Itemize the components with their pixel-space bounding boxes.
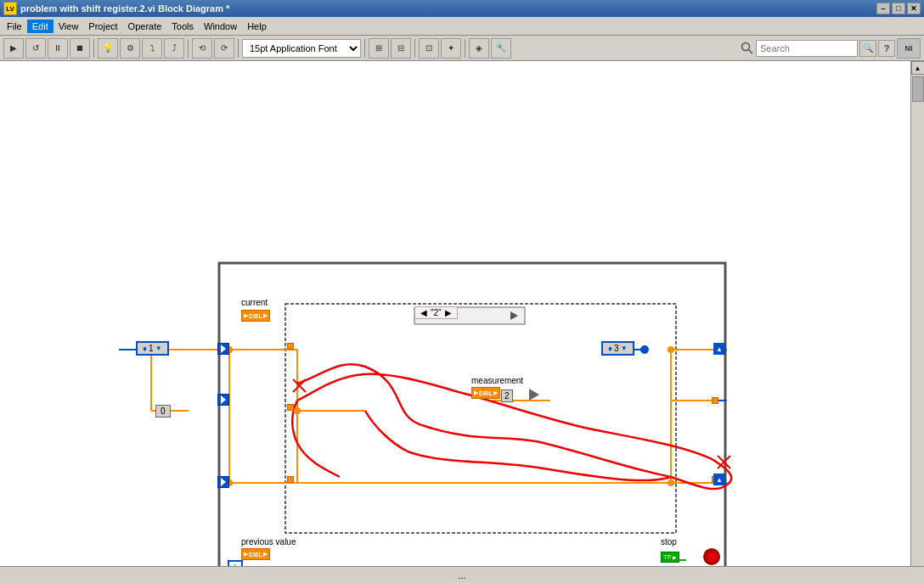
counter-3-node[interactable]: ♦ 3 ▼ xyxy=(601,341,634,356)
svg-line-30 xyxy=(718,456,730,468)
tf-indicator[interactable]: TF ▶ xyxy=(661,552,679,563)
shift-right-arrow-top[interactable]: ▲ xyxy=(713,343,725,355)
svg-point-34 xyxy=(668,346,674,353)
undo-button[interactable]: ⟲ xyxy=(192,38,212,59)
tools-button[interactable]: 🔧 xyxy=(491,38,511,59)
maximize-button[interactable]: □ xyxy=(892,3,905,14)
step-into-button[interactable]: ⤵ xyxy=(142,38,162,59)
blue-dot-top xyxy=(640,345,649,354)
help-button[interactable]: ? xyxy=(878,40,895,57)
minimize-button[interactable]: – xyxy=(876,3,890,14)
counter-1-node[interactable]: ♦ 1 ▼ xyxy=(136,341,169,356)
orange-conn-3[interactable] xyxy=(287,476,294,483)
scroll-up-button[interactable]: ▲ xyxy=(911,61,925,75)
route-button[interactable]: ◈ xyxy=(469,38,489,59)
svg-marker-5 xyxy=(510,311,518,320)
counter-1-value: 1 xyxy=(149,344,154,353)
menu-window[interactable]: Window xyxy=(199,20,242,33)
menu-view[interactable]: View xyxy=(54,20,84,33)
menu-tools[interactable]: Tools xyxy=(166,20,199,33)
svg-rect-2 xyxy=(219,263,725,583)
prev-value-label: previous value xyxy=(241,536,296,547)
sep3 xyxy=(238,39,239,58)
arrange-button[interactable]: ✦ xyxy=(441,38,461,59)
app-icon: LV xyxy=(3,2,17,15)
svg-line-29 xyxy=(718,456,730,468)
stop-label: stop xyxy=(661,536,677,547)
svg-line-1 xyxy=(749,49,753,53)
title-controls[interactable]: – □ ✕ xyxy=(876,3,921,14)
svg-line-27 xyxy=(293,379,306,392)
string-const-2[interactable]: ◀ "2" ▶ xyxy=(414,306,458,319)
zero-value: 0 xyxy=(161,406,166,416)
zero-constant[interactable]: 0 xyxy=(155,405,171,418)
search-input[interactable] xyxy=(756,40,858,57)
sep2 xyxy=(188,39,189,58)
status-text: ... xyxy=(458,570,465,580)
step-over-button[interactable]: ⚙ xyxy=(120,38,140,59)
wires-svg xyxy=(0,61,910,583)
menu-help[interactable]: Help xyxy=(242,20,272,33)
close-button[interactable]: ✕ xyxy=(907,3,921,14)
current-label: current xyxy=(241,297,268,307)
search-icon xyxy=(741,42,754,55)
counter-3-chevron: ▼ xyxy=(621,345,628,352)
menu-bar: File Edit View Project Operate Tools Win… xyxy=(0,17,924,36)
menu-project[interactable]: Project xyxy=(83,20,122,33)
counter-3-value: 3 xyxy=(614,344,619,353)
counter-3-arrow: ♦ xyxy=(608,344,612,353)
sep5 xyxy=(414,39,415,58)
run-continuous-button[interactable]: ↺ xyxy=(25,38,46,59)
shift-right-arrow-bot[interactable]: ▲ xyxy=(713,474,725,485)
search-submit-button[interactable]: 🔍 xyxy=(859,40,876,57)
align-button[interactable]: ⊞ xyxy=(369,38,389,59)
abort-button[interactable]: ⏸ xyxy=(48,38,68,59)
step-out-button[interactable]: ⤴ xyxy=(164,38,184,59)
meas-2-value: 2 xyxy=(504,391,510,401)
prev-dbl-node[interactable]: ▶ DBL ▶ xyxy=(241,548,270,560)
menu-operate[interactable]: Operate xyxy=(123,20,167,33)
prev-dbl-text: DBL xyxy=(249,551,262,558)
shift-reg-left-top[interactable] xyxy=(217,343,229,355)
sep1 xyxy=(93,39,94,58)
current-dbl-node[interactable]: ▶ DBL ▶ xyxy=(241,310,270,322)
measurement-dbl-node[interactable]: ▶ DBL ▶ xyxy=(471,387,500,399)
meas-play-button[interactable] xyxy=(527,387,542,402)
measurement-label: measurement xyxy=(471,375,523,385)
highlight-button[interactable]: 💡 xyxy=(98,38,118,59)
distribute-button[interactable]: ⊟ xyxy=(391,38,411,59)
toolbar: ▶ ↺ ⏸ ⏹ 💡 ⚙ ⤵ ⤴ ⟲ ⟳ 15pt Application Fon… xyxy=(0,36,924,61)
svg-rect-3 xyxy=(285,304,676,533)
status-bar: ... xyxy=(0,566,924,583)
redo-button[interactable]: ⟳ xyxy=(214,38,234,59)
lv-logo-button[interactable]: NI xyxy=(897,38,921,59)
tf-text: TF xyxy=(663,553,672,561)
counter-1-arrow: ♦ xyxy=(143,344,147,353)
scroll-thumb[interactable] xyxy=(912,76,924,102)
tf-arrow: ▶ xyxy=(673,554,677,560)
counter-1-chevron: ▼ xyxy=(155,345,162,352)
current-dbl-text: DBL xyxy=(249,312,262,320)
stop-button[interactable] xyxy=(703,548,720,565)
run-button[interactable]: ▶ xyxy=(3,38,24,59)
menu-edit[interactable]: Edit xyxy=(27,20,54,33)
shift-reg-left-bot[interactable] xyxy=(217,476,229,488)
font-selector[interactable]: 15pt Application Font xyxy=(242,39,361,58)
menu-file[interactable]: File xyxy=(2,20,27,33)
orange-conn-1[interactable] xyxy=(287,343,294,350)
pause-button[interactable]: ⏹ xyxy=(70,38,90,59)
meas-const-2[interactable]: 2 xyxy=(501,390,513,402)
string-2-value: "2" xyxy=(431,308,442,317)
shift-reg-right-mid-conn[interactable] xyxy=(712,397,718,404)
resize-button[interactable]: ⊡ xyxy=(419,38,439,59)
title-bar: LV problem with shift register.2.vi Bloc… xyxy=(0,0,924,17)
meas-dbl-text: DBL xyxy=(479,390,493,397)
shift-reg-left-mid[interactable] xyxy=(217,394,229,406)
svg-point-35 xyxy=(668,479,674,486)
title-left: LV problem with shift register.2.vi Bloc… xyxy=(3,2,229,15)
orange-conn-2[interactable] xyxy=(287,404,294,411)
svg-point-0 xyxy=(742,42,750,50)
window-title: problem with shift register.2.vi Block D… xyxy=(20,3,229,14)
scrollbar-right[interactable]: ▲ ▼ xyxy=(910,61,924,583)
canvas[interactable]: ♦ 1 ▼ 0 current xyxy=(0,61,910,583)
